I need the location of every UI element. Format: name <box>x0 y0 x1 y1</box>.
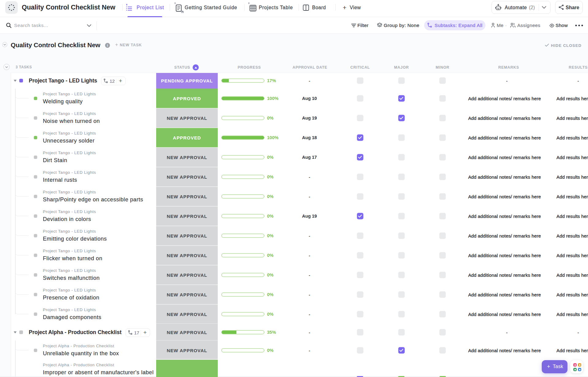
svg-text:i: i <box>107 44 108 47</box>
